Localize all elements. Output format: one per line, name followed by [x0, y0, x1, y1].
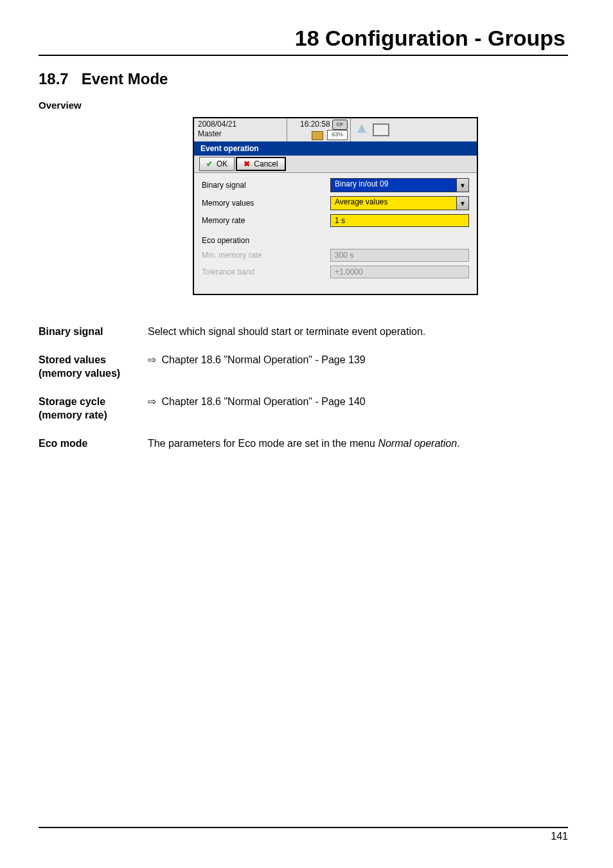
button-row: ✔ OK ✖ Cancel [194, 156, 477, 173]
def-term-stored-values: Stored values (memory values) [39, 353, 148, 381]
chevron-down-icon: ▼ [456, 179, 468, 192]
header-master: Master [198, 129, 283, 139]
def-link-stored-values: Chapter 18.6 "Normal Operation" - Page 1… [161, 354, 365, 365]
eco-desc-pre: The parameters for Eco mode are set in t… [148, 438, 378, 449]
eco-desc-post: . [457, 438, 459, 449]
section-name: Event Mode [82, 70, 168, 87]
def-binary-signal: Binary signal Select which signal should… [39, 325, 568, 339]
min-memory-rate-input [330, 249, 469, 262]
bell-icon [356, 124, 368, 136]
def-term-storage-cycle: Storage cycle (memory rate) [39, 395, 148, 422]
rule-top [39, 55, 568, 56]
binary-signal-combo[interactable]: Binary in/out 09 ▼ [330, 178, 469, 192]
def-stored-values: Stored values (memory values) ⇨ Chapter … [39, 353, 568, 381]
screenshot-body: Binary signal Binary in/out 09 ▼ Memory … [194, 173, 477, 294]
tolerance-band-label: Tolerance band [202, 267, 330, 276]
def-desc-storage-cycle: ⇨ Chapter 18.6 "Normal Operation" - Page… [148, 395, 568, 422]
min-memory-rate-label: Min. memory rate [202, 251, 330, 260]
memory-values-combo[interactable]: Average values ▼ [330, 196, 469, 210]
cf-icon: CF [332, 120, 348, 130]
keyboard-icon [373, 123, 389, 136]
memory-rate-label: Memory rate [202, 216, 330, 225]
device-screenshot: 2008/04/21 Master 16:20:58 CF 93% Event … [193, 117, 478, 295]
memory-values-value: Average values [331, 197, 456, 210]
def-link-storage-cycle: Chapter 18.6 "Normal Operation" - Page 1… [161, 396, 365, 407]
header-time: 16:20:58 [300, 120, 330, 129]
row-binary-signal: Binary signal Binary in/out 09 ▼ [202, 178, 469, 192]
chevron-down-icon: ▼ [456, 197, 468, 210]
folder-icon [312, 131, 323, 140]
binary-signal-value: Binary in/out 09 [331, 179, 456, 192]
check-icon: ✔ [206, 159, 213, 168]
binary-signal-label: Binary signal [202, 181, 330, 190]
section-title: 18.7 Event Mode [39, 70, 568, 88]
x-icon: ✖ [244, 159, 250, 168]
cancel-button-label: Cancel [254, 159, 278, 168]
page-number: 141 [39, 831, 568, 842]
header-date: 2008/04/21 [198, 120, 283, 129]
tolerance-band-input [330, 266, 469, 278]
header-left: 2008/04/21 Master [194, 118, 287, 141]
screen-title-bar: Event operation [194, 141, 477, 156]
def-desc-binary-signal: Select which signal should start or term… [148, 325, 568, 339]
row-memory-values: Memory values Average values ▼ [202, 196, 469, 210]
section-number: 18.7 [39, 70, 69, 87]
eco-desc-em: Normal operation [378, 438, 457, 449]
screenshot-header: 2008/04/21 Master 16:20:58 CF 93% [194, 118, 477, 141]
overview-label: Overview [39, 100, 568, 111]
def-term-eco-mode: Eco mode [39, 437, 148, 451]
ok-button[interactable]: ✔ OK [199, 157, 235, 171]
def-storage-cycle: Storage cycle (memory rate) ⇨ Chapter 18… [39, 395, 568, 422]
page-footer: 141 [39, 827, 568, 842]
row-memory-rate: Memory rate [202, 214, 469, 227]
arrow-icon: ⇨ [148, 396, 159, 407]
chapter-title: 18 Configuration - Groups [39, 26, 568, 51]
row-min-memory-rate: Min. memory rate [202, 249, 469, 262]
def-eco-mode: Eco mode The parameters for Eco mode are… [39, 437, 568, 451]
ok-button-label: OK [217, 159, 227, 168]
row-tolerance-band: Tolerance band [202, 266, 469, 278]
cancel-button[interactable]: ✖ Cancel [236, 157, 285, 171]
memory-rate-input[interactable] [330, 214, 469, 227]
eco-operation-heading: Eco operation [202, 236, 469, 245]
header-pct: 93% [327, 130, 348, 140]
arrow-icon: ⇨ [148, 354, 159, 365]
rule-bottom [39, 827, 568, 828]
header-icons [351, 118, 477, 141]
def-desc-eco-mode: The parameters for Eco mode are set in t… [148, 437, 568, 451]
header-mid: 16:20:58 CF 93% [287, 118, 351, 141]
memory-values-label: Memory values [202, 199, 330, 208]
def-term-binary-signal: Binary signal [39, 325, 148, 339]
def-desc-stored-values: ⇨ Chapter 18.6 "Normal Operation" - Page… [148, 353, 568, 381]
